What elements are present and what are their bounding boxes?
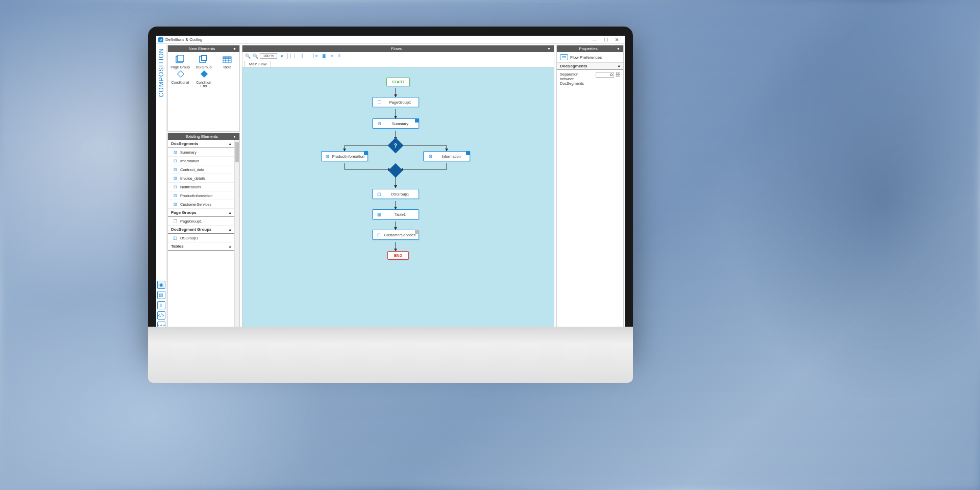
monitor-bezel: D Definitions & Coding — ☐ ✕ COMPOSITION… [148, 27, 633, 353]
chevron-up-icon: ▴ [229, 244, 231, 249]
zoom-level[interactable]: 100 % [260, 53, 277, 59]
conditional-icon [175, 70, 185, 80]
category-label: Page Groups [171, 210, 197, 215]
category-tables[interactable]: Tables▴ [168, 242, 234, 251]
cf-badge-icon: CF [560, 54, 568, 60]
list-item[interactable]: ⊡Invoice_details [168, 174, 234, 183]
flow-preferences-label: Flow Preferences [570, 55, 602, 60]
align-center-icon[interactable]: ⎹⎸ [298, 53, 304, 59]
item-label: Information [180, 159, 200, 163]
docsegment-icon: ⊡ [427, 153, 434, 159]
distribute-icon[interactable]: ⫴ [336, 53, 342, 59]
flow-node-table1[interactable]: ▦ Table1 [372, 209, 419, 219]
flow-canvas[interactable]: START ❐ PageGroup1 ⊡ Summary ? ⊡ Product… [242, 67, 554, 331]
flow-node-end[interactable]: END [387, 251, 409, 260]
docsegment-icon: ⊡ [325, 153, 330, 159]
existing-elements-body: DocSegments▴ ⊡Summary ⊡Information ⊡Cont… [168, 140, 239, 331]
new-element-conditional[interactable]: Conditional [170, 70, 190, 88]
monitor-stand [148, 327, 633, 383]
separation-input[interactable] [596, 72, 614, 78]
zoom-out-icon[interactable]: 🔍 [252, 54, 258, 59]
docsegment-icon: ⊡ [172, 193, 178, 198]
chevron-down-icon[interactable]: ▾ [279, 54, 285, 59]
flow-node-dsgroup1[interactable]: ◫ DSGroup1 [372, 189, 419, 199]
close-button[interactable]: ✕ [611, 37, 623, 42]
svg-rect-13 [201, 70, 208, 78]
flows-header[interactable]: Flows ▼ [242, 45, 554, 52]
flow-node-information[interactable]: ⊡ Information [423, 151, 470, 161]
maximize-button[interactable]: ☐ [600, 37, 611, 42]
properties-header[interactable]: Properties ▼ [557, 45, 623, 52]
node-badge [364, 151, 368, 155]
flow-node-conditional[interactable]: ? [387, 137, 403, 153]
node-label: DSGroup1 [385, 192, 415, 197]
doc-icon[interactable]: ▯ [157, 301, 165, 309]
scrollbar-thumb[interactable] [235, 142, 239, 162]
app-body: COMPOSITION ◉ ▤ ▯ </> ∘∘∘ New Elements ▼ [156, 44, 625, 333]
list-item[interactable]: ⊡Contract_data [168, 165, 234, 174]
docsegment-icon: ⊡ [172, 184, 178, 189]
list-item[interactable]: ⊡Summary [168, 148, 234, 157]
node-label: Table1 [385, 212, 415, 217]
align-left-icon[interactable]: ⎸⎸ [290, 53, 297, 59]
separation-spinner[interactable]: ▴ ▾ [616, 72, 620, 77]
new-element-label: Page Group [170, 65, 190, 69]
code-icon[interactable]: </> [157, 311, 165, 320]
category-docsegmentgroups[interactable]: DocSegment Groups▴ [168, 226, 234, 234]
new-element-table[interactable]: Table [217, 55, 237, 69]
align-bottom-icon[interactable]: ≡ [329, 54, 335, 59]
flow-node-summary[interactable]: ⊡ Summary [372, 118, 419, 129]
prop-label: Separation between DocSegments [560, 72, 594, 86]
list-item[interactable]: ❐PageGroup1 [168, 217, 234, 226]
align-top-icon[interactable]: ≡ [313, 54, 320, 59]
svg-rect-1 [178, 55, 184, 62]
flows-panel: Flows ▼ 🔍 🔍 100 % ▾ ⎸⎸ ⎹⎸ ⎸⎹ ≡ ≣ ≡ ⫴ [242, 45, 554, 332]
flow-node-productinformation[interactable]: ⊡ ProductInformation [321, 151, 368, 161]
flow-node-condition-end[interactable] [388, 163, 403, 178]
list-item[interactable]: ⊡ProductInformation [168, 191, 234, 200]
new-elements-header[interactable]: New Elements ▼ [168, 45, 239, 52]
svg-rect-12 [178, 71, 183, 77]
layers-icon[interactable]: ▤ [157, 291, 165, 299]
collapse-icon: ▼ [233, 135, 236, 138]
list-item[interactable]: ⊡Information [168, 157, 234, 165]
left-column: New Elements ▼ Page Group DS Group [167, 45, 240, 332]
spinner-down-icon[interactable]: ▾ [616, 75, 620, 77]
left-rail: COMPOSITION ◉ ▤ ▯ </> ∘∘∘ [156, 44, 166, 333]
align-middle-icon[interactable]: ≣ [321, 54, 327, 59]
new-element-ds-group[interactable]: DS Group [193, 55, 214, 69]
new-elements-title: New Elements [171, 46, 233, 51]
tab-main-flow[interactable]: Main Flow [244, 61, 271, 67]
question-icon: ? [394, 142, 397, 148]
rail-icons: ◉ ▤ ▯ </> ∘∘∘ [157, 281, 165, 330]
category-docsegments[interactable]: DocSegments▴ [168, 140, 234, 148]
flow-node-pagegroup1[interactable]: ❐ PageGroup1 [372, 97, 419, 107]
scrollbar[interactable] [234, 140, 239, 331]
item-label: ProductInformation [180, 193, 212, 198]
docsegment-icon: ⊡ [172, 202, 178, 207]
new-element-condition-end[interactable]: Condition End [193, 70, 214, 88]
existing-elements-header[interactable]: Existing Elements ▼ [168, 133, 239, 140]
eye-icon[interactable]: ◉ [157, 281, 165, 289]
category-label: Tables [171, 244, 184, 249]
flow-node-customerservices[interactable]: ⊡ CustomerServices [372, 230, 419, 240]
prop-separation-row: Separation between DocSegments ▴ ▾ [557, 70, 623, 88]
minimize-button[interactable]: — [589, 37, 600, 42]
condition-end-icon [199, 70, 209, 80]
list-item[interactable]: ◫DSGroup1 [168, 234, 234, 242]
flow-node-start[interactable]: START [386, 78, 410, 86]
new-element-page-group[interactable]: Page Group [170, 55, 190, 69]
node-label: ProductInformation [332, 154, 364, 159]
prop-section-docsegments[interactable]: DocSegments ▴ [557, 63, 623, 70]
node-label: START [392, 80, 404, 84]
category-pagegroups[interactable]: Page Groups▴ [168, 209, 234, 217]
separation-value[interactable] [597, 72, 612, 77]
collapse-icon: ▼ [617, 47, 620, 51]
section-label: DocSegments [560, 64, 587, 68]
table-icon: ▦ [376, 211, 383, 217]
list-item[interactable]: ⊡CustomerServices [168, 200, 234, 209]
zoom-in-icon[interactable]: 🔍 [244, 54, 251, 59]
align-right-icon[interactable]: ⎸⎹ [306, 53, 312, 59]
list-item[interactable]: ⊡Notifications [168, 183, 234, 191]
app-icon: D [158, 37, 163, 42]
